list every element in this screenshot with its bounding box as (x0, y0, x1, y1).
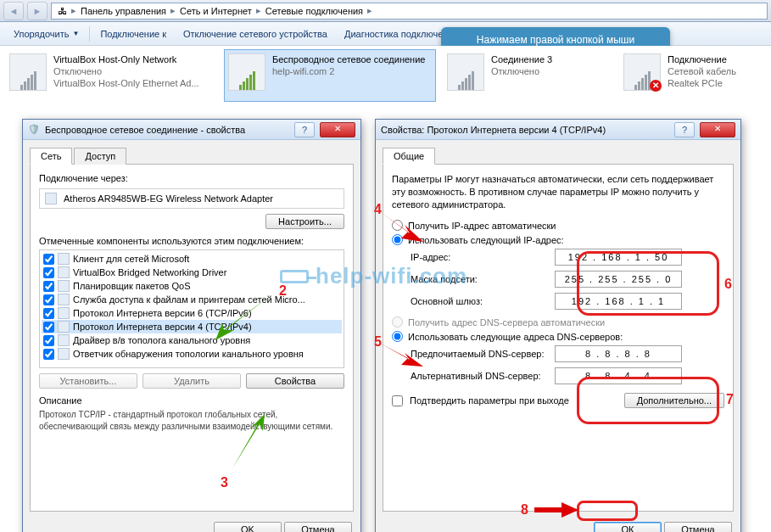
annotation-6: 6 (724, 277, 732, 292)
conn-device: VirtualBox Host-Only Ethernet Ad... (53, 77, 199, 89)
connection-lan[interactable]: ✕ Подключение Сетевой кабель Realtek PCI… (619, 49, 755, 102)
properties-button[interactable]: Свойства (246, 373, 344, 389)
conn-title: Соединение 3 (491, 53, 552, 65)
cancel-button[interactable]: Отмена (664, 522, 732, 532)
shield-icon: 🛡️ (28, 124, 40, 135)
crumb-root[interactable]: Панель управления (79, 6, 168, 16)
list-item-ipv4: Протокол Интернета версии 4 (TCP/IPv4) (42, 320, 342, 333)
confirm-on-exit[interactable]: Подтвердить параметры при выходе (392, 395, 569, 406)
ip-label: IP-адрес: (411, 252, 555, 262)
arrow-4 (376, 208, 427, 249)
conn-title: Подключение (668, 53, 736, 65)
connections-list: VirtualBox Host-Only Network Отключено V… (0, 46, 771, 102)
close-button[interactable]: ✕ (700, 122, 735, 137)
list-item: Планировщик пакетов QoS (42, 279, 342, 293)
crumb-l2[interactable]: Сеть и Интернет (178, 6, 254, 16)
annotation-5: 5 (374, 334, 382, 350)
menu-organize[interactable]: Упорядочить▼ (5, 26, 87, 42)
list-item: Протокол Интернета версии 6 (TCP/IPv6) (42, 306, 342, 320)
conn-device: Realtek PCIe (668, 77, 736, 89)
connection-properties-dialog: 🛡️ Беспроводное сетевое соединение - сво… (22, 119, 361, 532)
adapter-icon (9, 53, 47, 91)
adapter-icon: ✕ (623, 53, 661, 91)
description-heading: Описание (39, 395, 344, 406)
component-icon (58, 334, 70, 346)
connection-wifi[interactable]: Беспроводное сетевое соединение help-wif… (224, 49, 436, 102)
nav-fwd-button[interactable]: ► (27, 2, 47, 20)
arrow-3 (224, 412, 271, 472)
list-item: Ответчик обнаружения топологии канальног… (42, 347, 342, 361)
conn-device: help-wifi.com 2 (272, 65, 425, 77)
radio-dns-auto (392, 316, 403, 328)
annotation-circle-6 (577, 251, 719, 316)
annotation-8: 8 (521, 502, 528, 518)
cancel-button[interactable]: Отмена (284, 522, 352, 532)
connection-3[interactable]: Соединение 3 Отключено (443, 49, 612, 102)
help-button[interactable]: ? (674, 122, 695, 137)
list-item: VirtualBox Bridged Networking Driver (42, 266, 342, 279)
connect-via-label: Подключение через: (39, 173, 344, 183)
menu-disable[interactable]: Отключение сетевого устройства (175, 26, 336, 42)
dns1-input[interactable]: 8 . 8 . 8 . 8 (555, 345, 682, 362)
list-item: Служба доступа к файлам и принтерам сете… (42, 293, 342, 306)
tab-access[interactable]: Доступ (74, 148, 126, 165)
component-icon (58, 348, 70, 360)
arrow-5 (376, 339, 427, 373)
list-item: Драйвер в/в тополога канального уровня (42, 333, 342, 347)
dialog-title: Свойства: Протокол Интернета версии 4 (T… (381, 125, 669, 135)
radio-dns-manual-label: Использовать следующие адреса DNS-сервер… (408, 332, 623, 342)
components-label: Отмеченные компоненты используются этим … (39, 236, 344, 246)
network-icon: 🖧 (55, 4, 69, 18)
components-list[interactable]: Клиент для сетей Microsoft VirtualBox Br… (39, 249, 344, 368)
remove-button[interactable]: Удалить (142, 373, 241, 389)
annotation-4: 4 (374, 202, 382, 217)
menu-connect[interactable]: Подключение к (92, 26, 175, 42)
install-button[interactable]: Установить... (39, 373, 137, 389)
component-icon (58, 266, 70, 278)
annotation-2: 2 (279, 283, 287, 299)
dialog-title: Беспроводное сетевое соединение - свойст… (45, 125, 289, 135)
ok-button[interactable]: ОК (594, 522, 662, 532)
arrow-8 (533, 501, 580, 519)
conn-status: Отключено (491, 65, 552, 77)
tab-network[interactable]: Сеть (30, 148, 72, 165)
conn-title: Беспроводное сетевое соединение (272, 53, 425, 65)
tab-general[interactable]: Общие (383, 148, 435, 165)
crumb-l3[interactable]: Сетевые подключения (264, 6, 365, 16)
adapter-name: Atheros AR9485WB-EG Wireless Network Ada… (64, 193, 273, 204)
gateway-label: Основной шлюз: (411, 296, 555, 306)
ipv4-properties-dialog: Свойства: Протокол Интернета версии 4 (T… (375, 119, 741, 532)
nav-back-button[interactable]: ◄ (3, 2, 24, 20)
description-text: Протокол TCP/IP - стандартный протокол г… (39, 409, 344, 433)
callout-line1: Нажимаем правой кнопкой мыши (451, 34, 660, 46)
radio-ip-manual-label: Использовать следующий IP-адрес: (408, 235, 564, 245)
adapter-icon (228, 53, 265, 91)
annotation-circle-8 (577, 501, 638, 521)
disconnected-icon: ✕ (650, 80, 662, 92)
conn-status: Отключено (53, 65, 199, 77)
component-icon (58, 253, 70, 265)
radio-ip-auto-label: Получить IP-адрес автоматически (408, 221, 556, 231)
component-icon (58, 321, 70, 333)
dns2-label: Альтернативный DNS-сервер: (411, 371, 555, 381)
close-button[interactable]: ✕ (320, 122, 355, 137)
annotation-7: 7 (726, 392, 734, 407)
configure-button[interactable]: Настроить... (265, 214, 344, 229)
connection-vbox[interactable]: VirtualBox Host-Only Network Отключено V… (5, 49, 217, 102)
component-icon (58, 294, 70, 305)
list-item: Клиент для сетей Microsoft (42, 252, 342, 266)
breadcrumb[interactable]: 🖧 ▸ Панель управления ▸ Сеть и Интернет … (51, 3, 768, 20)
ok-button[interactable]: OK (214, 522, 282, 532)
adapter-icon (447, 53, 484, 91)
ipv4-intro: Параметры IP могут назначаться автоматич… (392, 173, 724, 211)
conn-title: VirtualBox Host-Only Network (53, 53, 199, 65)
help-button[interactable]: ? (294, 122, 315, 137)
annotation-circle-7 (577, 377, 719, 424)
adapter-icon (45, 193, 57, 204)
component-icon (58, 280, 70, 292)
component-icon (58, 307, 70, 319)
conn-status: Сетевой кабель (668, 65, 736, 77)
annotation-3: 3 (221, 475, 228, 490)
address-bar: ◄ ► 🖧 ▸ Панель управления ▸ Сеть и Интер… (0, 0, 771, 22)
arrow-2 (210, 293, 278, 344)
